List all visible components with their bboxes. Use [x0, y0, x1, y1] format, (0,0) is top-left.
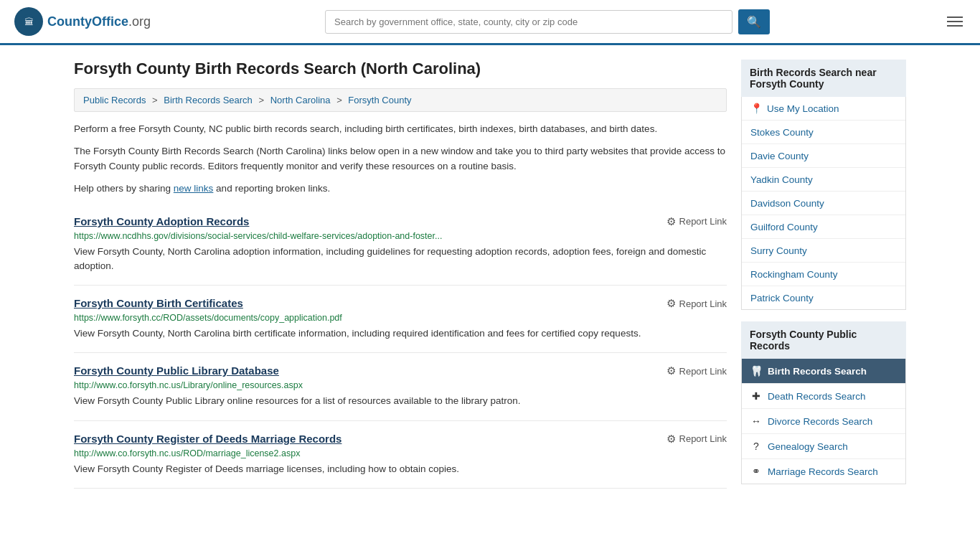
surry-county-link[interactable]: Surry County	[750, 245, 807, 256]
sidebar-nearby-section: Birth Records Search near Forsyth County…	[741, 60, 906, 310]
stokes-county-link[interactable]: Stokes County	[750, 127, 814, 138]
record-item: Forsyth County Adoption Records ⚙ Report…	[74, 204, 727, 286]
sidebar-surry-county[interactable]: Surry County	[742, 239, 905, 263]
report-link-label: Report Link	[679, 216, 727, 227]
report-link-label: Report Link	[679, 366, 727, 377]
report-link-button[interactable]: ⚙ Report Link	[666, 297, 727, 310]
breadcrumb: Public Records > Birth Records Search > …	[74, 88, 727, 112]
record-item: Forsyth County Public Library Database ⚙…	[74, 353, 727, 420]
logo-icon: 🏛	[14, 7, 43, 36]
search-bar-area: 🔍	[325, 9, 770, 34]
birth-records-search-link[interactable]: Birth Records Search	[768, 366, 867, 377]
breadcrumb-birth-records-search[interactable]: Birth Records Search	[164, 95, 253, 105]
sidebar-yadkin-county[interactable]: Yadkin County	[742, 168, 905, 192]
record-item: Forsyth County Register of Deeds Marriag…	[74, 421, 727, 489]
record-item-header: Forsyth County Public Library Database ⚙…	[74, 364, 727, 377]
report-link-icon: ⚙	[666, 433, 676, 446]
yadkin-county-link[interactable]: Yadkin County	[750, 174, 813, 185]
record-title: Forsyth County Adoption Records	[74, 215, 249, 227]
record-item-header: Forsyth County Birth Certificates ⚙ Repo…	[74, 297, 727, 310]
sidebar-nearby-title: Birth Records Search near Forsyth County	[741, 60, 906, 97]
record-url: http://www.co.forsyth.nc.us/ROD/marriage…	[74, 448, 727, 458]
sidebar-public-records-title: Forsyth County Public Records	[741, 321, 906, 359]
record-description: View Forsyth County, North Carolina birt…	[74, 326, 727, 341]
birth-records-icon: 🦷	[750, 365, 762, 377]
sidebar-davidson-county[interactable]: Davidson County	[742, 192, 905, 215]
sidebar-marriage-records-search[interactable]: ⚭ Marriage Records Search	[742, 459, 905, 484]
record-description: View Forsyth County Register of Deeds ma…	[74, 462, 727, 476]
report-link-icon: ⚙	[666, 215, 676, 228]
davie-county-link[interactable]: Davie County	[750, 151, 809, 161]
rockingham-county-link[interactable]: Rockingham County	[750, 269, 838, 280]
record-description: View Forsyth County Public Library onlin…	[74, 394, 727, 408]
guilford-county-link[interactable]: Guilford County	[750, 222, 818, 232]
sidebar-genealogy-search[interactable]: ? Genealogy Search	[742, 434, 905, 459]
breadcrumb-sep-3: >	[336, 95, 342, 105]
menu-line-3	[947, 25, 963, 27]
main-content: Forsyth County Birth Records Search (Nor…	[74, 60, 727, 496]
marriage-records-icon: ⚭	[750, 466, 762, 477]
sidebar-nearby-list: 📍 Use My Location Stokes County Davie Co…	[741, 97, 906, 310]
page-title: Forsyth County Birth Records Search (Nor…	[74, 60, 727, 78]
record-url: https://www.ncdhhs.gov/divisions/social-…	[74, 231, 727, 241]
location-pin-icon: 📍	[750, 103, 763, 114]
breadcrumb-forsyth-county[interactable]: Forsyth County	[348, 95, 411, 105]
record-title: Forsyth County Register of Deeds Marriag…	[74, 433, 341, 445]
report-link-icon: ⚙	[666, 297, 676, 310]
breadcrumb-sep-2: >	[258, 95, 264, 105]
report-link-button[interactable]: ⚙ Report Link	[666, 364, 727, 377]
report-link-icon: ⚙	[666, 364, 676, 377]
sidebar-stokes-county[interactable]: Stokes County	[742, 121, 905, 144]
sidebar-rockingham-county[interactable]: Rockingham County	[742, 263, 905, 286]
sidebar-guilford-county[interactable]: Guilford County	[742, 215, 905, 239]
report-link-button[interactable]: ⚙ Report Link	[666, 215, 727, 228]
records-list: Forsyth County Adoption Records ⚙ Report…	[74, 204, 727, 489]
record-url: https://www.forsyth.cc/ROD/assets/docume…	[74, 313, 727, 323]
svg-text:🏛: 🏛	[24, 17, 34, 27]
record-url: http://www.co.forsyth.nc.us/Library/onli…	[74, 380, 727, 390]
record-item-header: Forsyth County Adoption Records ⚙ Report…	[74, 215, 727, 228]
record-description: View Forsyth County, North Carolina adop…	[74, 245, 727, 274]
sidebar-death-records-search[interactable]: ✚ Death Records Search	[742, 384, 905, 409]
record-title-link[interactable]: Forsyth County Adoption Records	[74, 215, 249, 227]
sidebar-patrick-county[interactable]: Patrick County	[742, 286, 905, 309]
report-link-button[interactable]: ⚙ Report Link	[666, 433, 727, 446]
genealogy-icon: ?	[750, 441, 762, 452]
new-links-link[interactable]: new links	[174, 183, 214, 194]
logo-office: Office	[92, 14, 128, 29]
divorce-records-icon: ↔	[750, 415, 762, 427]
use-my-location-link[interactable]: Use My Location	[767, 103, 839, 114]
search-input[interactable]	[325, 10, 732, 34]
sidebar-davie-county[interactable]: Davie County	[742, 144, 905, 168]
description-para-3-prefix: Help others by sharing	[74, 183, 174, 194]
death-records-icon: ✚	[750, 390, 762, 402]
breadcrumb-public-records[interactable]: Public Records	[83, 95, 146, 105]
menu-button[interactable]	[944, 14, 966, 29]
record-title: Forsyth County Birth Certificates	[74, 297, 243, 309]
patrick-county-link[interactable]: Patrick County	[750, 293, 814, 303]
sidebar-public-records-list: 🦷 Birth Records Search ✚ Death Records S…	[741, 359, 906, 484]
record-title-link[interactable]: Forsyth County Public Library Database	[74, 364, 279, 377]
death-records-search-link[interactable]: Death Records Search	[768, 391, 866, 402]
sidebar-birth-records-search[interactable]: 🦷 Birth Records Search	[742, 359, 905, 384]
sidebar-use-my-location[interactable]: 📍 Use My Location	[742, 97, 905, 121]
divorce-records-search-link[interactable]: Divorce Records Search	[768, 416, 872, 427]
description-para-3-suffix: and reporting broken links.	[213, 183, 330, 194]
genealogy-search-link[interactable]: Genealogy Search	[768, 441, 848, 452]
main-container: Forsyth County Birth Records Search (Nor…	[60, 45, 920, 510]
description-para-1: Perform a free Forsyth County, NC public…	[74, 122, 727, 137]
record-title-link[interactable]: Forsyth County Register of Deeds Marriag…	[74, 433, 341, 445]
breadcrumb-north-carolina[interactable]: North Carolina	[270, 95, 331, 105]
report-link-label: Report Link	[679, 298, 727, 309]
menu-line-1	[947, 17, 963, 18]
davidson-county-link[interactable]: Davidson County	[750, 198, 824, 209]
logo-suffix: .org	[128, 14, 151, 29]
report-link-label: Report Link	[679, 433, 727, 444]
marriage-records-search-link[interactable]: Marriage Records Search	[768, 466, 878, 477]
header: 🏛 CountyOffice.org 🔍	[0, 0, 980, 45]
sidebar-divorce-records-search[interactable]: ↔ Divorce Records Search	[742, 409, 905, 434]
logo-text: CountyOffice.org	[47, 14, 151, 29]
search-button[interactable]: 🔍	[738, 9, 770, 34]
logo-county: County	[47, 14, 92, 29]
record-title-link[interactable]: Forsyth County Birth Certificates	[74, 297, 243, 309]
